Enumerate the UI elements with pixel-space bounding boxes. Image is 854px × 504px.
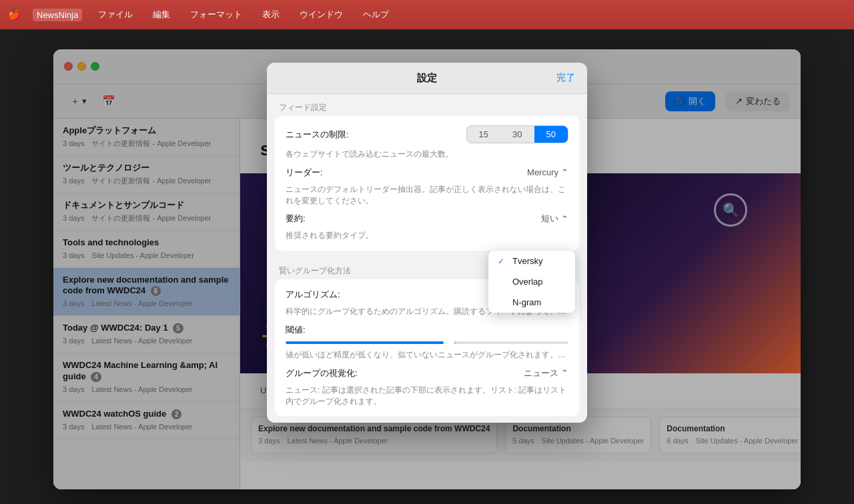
reader-arrow-icon: ⌃ — [561, 167, 568, 177]
app-window: NewsNinja ＋ ▾ 📅 🔵 🔵 開く 開く ↗ 変わたる Appleプラ… — [53, 49, 801, 489]
threshold-label: 閾値: — [286, 324, 306, 336]
news-limit-desc: 各ウェブサイトで読み込むニュースの最大数。 — [286, 149, 568, 160]
reader-label: リーダー: — [286, 167, 323, 179]
algo-label: アルゴリズム: — [286, 289, 340, 301]
algorithm-dropdown[interactable]: ✓ Tversky ✓ Overlap ✓ N-gram — [488, 251, 575, 313]
menu-help[interactable]: ヘルプ — [359, 7, 393, 22]
threshold-slider-container[interactable] — [286, 341, 568, 344]
checkmark-icon: ✓ — [498, 257, 507, 266]
news-limit-row: ニュースの制限: 15 30 50 — [286, 125, 568, 143]
summary-value-control[interactable]: 短い ⌃ — [541, 213, 568, 225]
news-limit-control[interactable]: 15 30 50 — [466, 125, 568, 143]
reader-desc: ニュースのデフォルトリーダー抽出器。記事が正しく表示されない場合は、これを変更し… — [286, 184, 568, 207]
slider-thumb[interactable] — [443, 341, 455, 344]
viz-label: グループの視覚化: — [286, 367, 358, 379]
viz-arrow-icon: ⌃ — [561, 368, 568, 378]
menu-view[interactable]: 表示 — [258, 7, 284, 22]
menu-newsninja[interactable]: NewsNinja — [33, 9, 82, 21]
reader-value: Mercury — [527, 167, 558, 177]
viz-value: ニュース — [524, 367, 558, 379]
menu-file[interactable]: ファイル — [94, 7, 137, 22]
news-limit-label: ニュースの制限: — [286, 129, 349, 141]
summary-label: 要約: — [286, 213, 306, 225]
viz-row: グループの視覚化: ニュース ⌃ — [286, 367, 568, 379]
modal-overlay: 設定 完了 フィード設定 ニュースの制限: 15 30 50 — [53, 119, 801, 489]
checkmark-icon: ✓ — [498, 298, 507, 307]
reader-row: リーダー: Mercury ⌃ — [286, 167, 568, 179]
news-limit-30[interactable]: 30 — [500, 126, 534, 143]
threshold-slider-track[interactable] — [286, 341, 568, 344]
dropdown-item-ngram[interactable]: ✓ N-gram — [488, 292, 575, 313]
dropdown-item-tversky[interactable]: ✓ Tversky — [488, 251, 575, 271]
slider-fill — [286, 341, 455, 344]
reader-value-control[interactable]: Mercury ⌃ — [527, 167, 568, 177]
menubar: 🍎 NewsNinja ファイル 編集 フォーマット 表示 ウインドウ ヘルプ — [0, 0, 854, 29]
viz-desc: ニュース: 記事は選択された記事の下部に表示されます。リスト: 記事はリスト内で… — [286, 385, 568, 407]
settings-modal: 設定 完了 フィード設定 ニュースの制限: 15 30 50 — [267, 119, 587, 423]
menu-window[interactable]: ウインドウ — [296, 7, 347, 22]
main-content: Appleプラットフォーム 3 days サイトの更新情報 - Apple De… — [53, 119, 801, 489]
summary-desc: 推奨される要約タイプ。 — [286, 230, 568, 241]
viz-value-control[interactable]: ニュース ⌃ — [524, 367, 568, 379]
news-limit-15[interactable]: 15 — [467, 126, 500, 143]
summary-row: 要約: 短い ⌃ — [286, 213, 568, 225]
threshold-desc: 値が低いほど精度が低くなり、似ていないニュースがグループ化されます。デフォルトは… — [286, 349, 568, 361]
news-limit-50[interactable]: 50 — [534, 126, 568, 143]
apple-menu[interactable]: 🍎 — [8, 9, 21, 21]
summary-arrow-icon: ⌃ — [561, 214, 568, 224]
dropdown-item-overlap[interactable]: ✓ Overlap — [488, 271, 575, 292]
feed-settings-card: ニュースの制限: 15 30 50 各ウェブサイトで読み込むニュースの最大数。 … — [275, 119, 579, 251]
threshold-row: 閾値: — [286, 324, 568, 336]
menu-format[interactable]: フォーマット — [186, 7, 246, 22]
checkmark-icon: ✓ — [498, 277, 507, 287]
summary-value: 短い — [541, 213, 558, 225]
menu-edit[interactable]: 編集 — [149, 7, 174, 22]
